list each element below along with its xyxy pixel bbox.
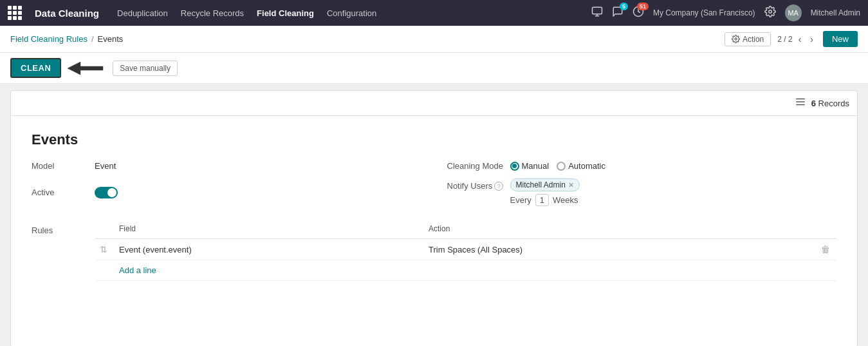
active-field: Active [32, 178, 421, 206]
rules-table: Field Action ⇅ Event (event.event) Trim … [96, 219, 836, 281]
svg-point-2 [768, 10, 771, 14]
model-label: Model [32, 161, 89, 171]
breadcrumb-parent[interactable]: Field Cleaning Rules [10, 34, 88, 44]
delete-rule-icon[interactable]: 🗑 [821, 244, 830, 255]
records-bar: 6 Records [10, 90, 858, 115]
model-value: Event [95, 161, 116, 171]
form-fields: Model Event Cleaning Mode Manual Automat… [32, 161, 836, 206]
chat-badge: 5 [620, 3, 628, 10]
action-button[interactable]: Action [725, 32, 771, 46]
rules-label: Rules [32, 226, 53, 235]
screen-icon[interactable] [591, 6, 603, 20]
notify-tag: Mitchell Admin ✕ [510, 178, 580, 191]
form-title: Events [32, 131, 836, 148]
top-navigation: Data Cleaning Deduplication Recycle Reco… [0, 0, 868, 26]
form-card: Events Model Event Cleaning Mode Manual [10, 115, 858, 346]
main-content: 6 Records Events Model Event Cleaning Mo… [0, 84, 868, 346]
clock-icon[interactable]: 51 [633, 6, 644, 20]
cleaning-mode-field: Cleaning Mode Manual Automatic [447, 161, 837, 171]
rules-header-row: Field Action [96, 219, 836, 239]
table-row: ⇅ Event (event.event) Trim Spaces (All S… [96, 239, 836, 260]
nav-icons: 5 51 My Company (San Francisco) MA Mitch… [591, 5, 860, 21]
field-col-header: Field [115, 219, 425, 239]
model-field: Model Event [32, 161, 421, 171]
action-bar: CLEAN Save manually [0, 53, 868, 84]
gear-icon [732, 35, 740, 43]
svg-point-3 [735, 38, 737, 40]
list-icon [795, 96, 806, 110]
company-name[interactable]: My Company (San Francisco) [653, 8, 755, 17]
svg-rect-0 [592, 7, 602, 14]
rules-section: Rules Field Action [32, 219, 836, 281]
user-name[interactable]: Mitchell Admin [811, 8, 860, 17]
radio-automatic-circle [557, 162, 566, 171]
pager: 2 / 2 ‹ › [777, 33, 817, 46]
breadcrumb-actions: Action 2 / 2 ‹ › New [725, 31, 858, 47]
rule-action-value: Trim Spaces (All Spaces) [425, 239, 817, 260]
cleaning-mode-radios: Manual Automatic [510, 161, 605, 171]
drag-handle[interactable]: ⇅ [100, 244, 107, 255]
notify-help-icon: ? [494, 182, 503, 191]
drag-col [96, 219, 115, 239]
notify-content: Mitchell Admin ✕ Every 1 Weeks [510, 178, 580, 206]
radio-automatic-label: Automatic [568, 161, 605, 171]
nav-field-cleaning[interactable]: Field Cleaning [252, 6, 319, 21]
arrow-hint [68, 59, 106, 78]
cleaning-mode-label: Cleaning Mode [447, 161, 505, 171]
active-toggle[interactable] [95, 187, 118, 198]
active-label: Active [32, 187, 89, 197]
pager-next[interactable]: › [807, 33, 817, 46]
action-label: Action [743, 35, 764, 44]
radio-manual-circle [510, 162, 519, 171]
app-grid-icon[interactable] [8, 6, 22, 20]
clock-badge: 51 [637, 3, 649, 10]
new-button[interactable]: New [823, 31, 858, 47]
settings-icon[interactable] [764, 6, 776, 20]
app-title: Data Cleaning [35, 8, 99, 19]
radio-manual-label: Manual [522, 161, 549, 171]
nav-deduplication[interactable]: Deduplication [112, 6, 173, 21]
breadcrumb-current: Events [98, 34, 124, 44]
clean-button[interactable]: CLEAN [10, 58, 61, 78]
radio-manual[interactable]: Manual [510, 161, 549, 171]
add-line-button[interactable]: Add a line [119, 262, 156, 279]
pager-text: 2 / 2 [777, 35, 792, 44]
add-line-row: Add a line [96, 260, 836, 281]
nav-recycle-records[interactable]: Recycle Records [176, 6, 249, 21]
breadcrumb-separator: / [91, 34, 94, 44]
notify-tag-remove[interactable]: ✕ [568, 181, 574, 189]
records-unit: Records [818, 99, 849, 108]
svg-marker-4 [68, 62, 103, 75]
save-manually-button[interactable]: Save manually [113, 61, 178, 76]
radio-automatic[interactable]: Automatic [557, 161, 605, 171]
chat-icon[interactable]: 5 [612, 6, 623, 20]
delete-col [817, 219, 836, 239]
records-number: 6 [811, 99, 816, 108]
arrow-icon [68, 59, 106, 78]
notify-users-field: Notify Users ? Mitchell Admin ✕ Every 1 … [447, 178, 837, 206]
every-row: Every 1 Weeks [510, 194, 580, 206]
action-col-header: Action [425, 219, 817, 239]
records-count: 6 Records [811, 99, 849, 108]
user-avatar[interactable]: MA [785, 5, 802, 21]
rule-field-value: Event (event.event) [115, 239, 425, 260]
notify-users-label: Notify Users ? [447, 178, 505, 191]
nav-links: Deduplication Recycle Records Field Clea… [112, 6, 382, 21]
breadcrumb: Field Cleaning Rules / Events [10, 34, 123, 44]
nav-configuration[interactable]: Configuration [322, 6, 382, 21]
pager-prev[interactable]: ‹ [795, 33, 805, 46]
breadcrumb-bar: Field Cleaning Rules / Events Action 2 /… [0, 26, 868, 53]
